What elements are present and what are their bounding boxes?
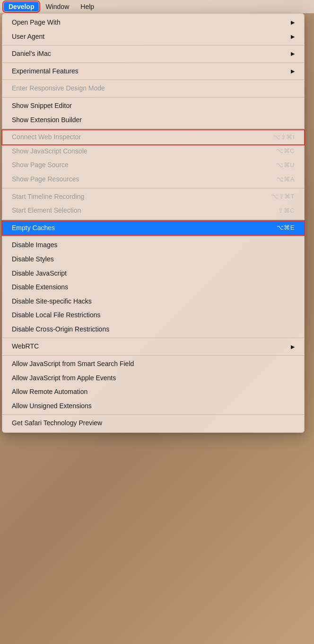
- menu-divider: [2, 45, 304, 45]
- submenu-arrow-icon: ▶: [291, 19, 295, 26]
- menu-item-shortcut: ⇧⌘C: [278, 206, 295, 215]
- menu-item-disable-styles[interactable]: Disable Styles: [2, 252, 304, 267]
- menu-item-shortcut: ⌥⇧⌘T: [271, 192, 295, 201]
- menu-item-allow-remote-automation[interactable]: Allow Remote Automation: [2, 385, 304, 399]
- menu-item-webrtc[interactable]: WebRTC▶: [2, 340, 304, 354]
- menu-item-label: Disable JavaScript: [12, 269, 295, 278]
- menu-item-shortcut: ⌥⌘U: [276, 161, 295, 170]
- menu-item-disable-javascript[interactable]: Disable JavaScript: [2, 267, 304, 281]
- menu-bar: Develop Window Help: [0, 0, 314, 13]
- menu-item-label: User Agent: [12, 32, 287, 42]
- menu-item-label: Allow Remote Automation: [12, 387, 295, 397]
- menu-item-start-timeline-recording: Start Timeline Recording⌥⇧⌘T: [2, 190, 304, 204]
- menu-divider: [2, 128, 304, 129]
- menu-item-get-safari-technology-preview[interactable]: Get Safari Technology Preview: [2, 416, 304, 430]
- menu-item-label: Show Page Resources: [12, 175, 267, 184]
- menu-item-allow-unsigned-extensions[interactable]: Allow Unsigned Extensions: [2, 399, 304, 413]
- menu-divider: [2, 219, 304, 220]
- menu-item-show-snippet-editor[interactable]: Show Snippet Editor: [2, 99, 304, 113]
- menu-item-user-agent[interactable]: User Agent▶: [2, 30, 304, 44]
- menu-item-label: Start Timeline Recording: [12, 192, 262, 202]
- menu-item-label: Allow Unsigned Extensions: [12, 402, 295, 411]
- menu-item-label: Get Safari Technology Preview: [12, 419, 295, 428]
- menu-item-label: Empty Caches: [12, 224, 267, 233]
- menu-item-label: Disable Images: [12, 241, 295, 250]
- menu-item-label: Allow JavaScript from Apple Events: [12, 374, 295, 383]
- menu-item-enter-responsive-design-mode: Enter Responsive Design Mode: [2, 81, 304, 96]
- menu-item-show-page-resources: Show Page Resources⌥⌘A: [2, 172, 304, 187]
- menu-item-label: Disable Site-specific Hacks: [12, 297, 295, 306]
- menu-item-label: Show Page Source: [12, 161, 267, 170]
- menu-item-disable-site-specific-hacks[interactable]: Disable Site-specific Hacks: [2, 295, 304, 309]
- menu-item-show-javascript-console: Show JavaScript Console⌥⌘C: [2, 144, 304, 159]
- menu-item-label: Enter Responsive Design Mode: [12, 84, 295, 93]
- submenu-arrow-icon: ▶: [291, 33, 295, 40]
- menu-item-disable-cross-origin-restrictions[interactable]: Disable Cross-Origin Restrictions: [2, 322, 304, 337]
- menu-divider: [2, 338, 304, 338]
- menu-divider: [2, 97, 304, 98]
- menu-item-experimental-features[interactable]: Experimental Features▶: [2, 64, 304, 79]
- menu-item-label: Experimental Features: [12, 67, 287, 76]
- submenu-arrow-icon: ▶: [291, 343, 295, 350]
- submenu-arrow-icon: ▶: [291, 50, 295, 57]
- menu-item-show-page-source: Show Page Source⌥⌘U: [2, 158, 304, 172]
- menu-item-disable-extensions[interactable]: Disable Extensions: [2, 280, 304, 295]
- menu-item-label: Allow JavaScript from Smart Search Field: [12, 359, 295, 369]
- menu-item-connect-web-inspector: Connect Web Inspector⌥⇧⌘I: [2, 130, 304, 144]
- menu-item-label: Disable Local File Restrictions: [12, 311, 295, 320]
- menu-item-label: Disable Cross-Origin Restrictions: [12, 325, 295, 334]
- menu-item-allow-javascript-from-smart-search-field[interactable]: Allow JavaScript from Smart Search Field: [2, 357, 304, 371]
- menu-item-open-page-with[interactable]: Open Page With▶: [2, 16, 304, 30]
- menu-item-label: Show JavaScript Console: [12, 147, 267, 156]
- menu-item-start-element-selection: Start Element Selection⇧⌘C: [2, 204, 304, 218]
- menu-item-label: WebRTC: [12, 342, 287, 351]
- menu-item-label: Disable Extensions: [12, 283, 295, 292]
- develop-menu: Open Page With▶User Agent▶Daniel's iMac▶…: [2, 13, 305, 433]
- menu-item-shortcut: ⌥⌘A: [277, 175, 295, 184]
- menubar-window[interactable]: Window: [41, 2, 74, 11]
- menu-divider: [2, 355, 304, 356]
- menubar-develop[interactable]: Develop: [4, 2, 39, 11]
- menu-item-disable-local-file-restrictions[interactable]: Disable Local File Restrictions: [2, 308, 304, 322]
- menu-item-disable-images[interactable]: Disable Images: [2, 238, 304, 252]
- menu-divider: [2, 188, 304, 188]
- menu-item-label: Show Snippet Editor: [12, 101, 295, 111]
- menu-item-shortcut: ⌥⌘C: [276, 147, 295, 155]
- menu-divider: [2, 236, 304, 237]
- menu-item-label: Open Page With: [12, 18, 287, 27]
- menu-item-shortcut: ⌥⌘E: [277, 224, 295, 232]
- submenu-arrow-icon: ▶: [291, 68, 295, 75]
- menu-item-show-extension-builder[interactable]: Show Extension Builder: [2, 113, 304, 127]
- menu-item-label: Show Extension Builder: [12, 116, 295, 125]
- menu-item-label: Disable Styles: [12, 255, 295, 264]
- menu-item-shortcut: ⌥⇧⌘I: [273, 133, 295, 142]
- menu-item-label: Connect Web Inspector: [12, 133, 264, 142]
- menu-item-daniels-imac[interactable]: Daniel's iMac▶: [2, 47, 304, 61]
- menubar-help[interactable]: Help: [76, 2, 99, 11]
- menu-divider: [2, 414, 304, 415]
- menu-item-allow-javascript-from-apple-events[interactable]: Allow JavaScript from Apple Events: [2, 371, 304, 385]
- menu-item-empty-caches[interactable]: Empty Caches⌥⌘E: [2, 221, 304, 235]
- menu-item-label: Start Element Selection: [12, 206, 269, 215]
- menu-divider: [2, 80, 304, 80]
- menu-item-label: Daniel's iMac: [12, 49, 287, 59]
- menu-divider: [2, 63, 304, 63]
